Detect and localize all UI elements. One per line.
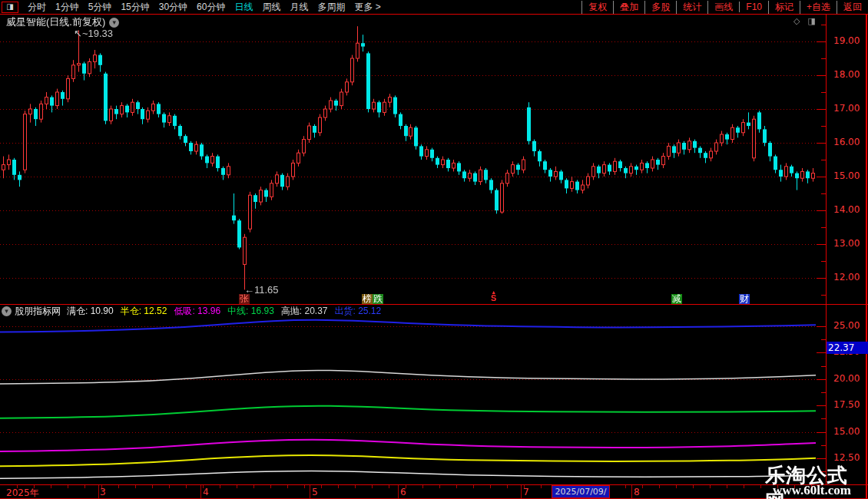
indicator-axis-label: 17.50 (833, 399, 860, 410)
menu-item-日线[interactable]: 日线 (230, 1, 257, 14)
menu-item-复权[interactable]: 复权 (581, 1, 613, 14)
indicator-axis-label: 15.00 (833, 426, 860, 437)
menu-item-F10[interactable]: F10 (739, 2, 768, 12)
date-axis-tick (422, 485, 423, 488)
main-axis-label: 14.00 (833, 204, 860, 215)
indicator-field-满仓: 满仓: 10.90 (67, 306, 114, 316)
date-axis-tick (118, 485, 119, 488)
date-axis-month-5: 5 (312, 487, 318, 497)
indicator-dropdown-icon[interactable]: ▾ (2, 306, 12, 316)
date-axis-tick (456, 485, 457, 488)
signal-char: 榜 (362, 294, 373, 304)
date-axis-tick (642, 485, 643, 488)
main-axis-label: 13.00 (833, 238, 860, 249)
indicator-field-低吸: 低吸: 13.96 (174, 306, 220, 316)
indicator-values: 满仓: 10.90半仓: 12.52低吸: 13.96中线: 16.93高抛: … (67, 305, 388, 318)
menu-item-1分钟[interactable]: 1分钟 (51, 1, 84, 14)
menu-item-+自选[interactable]: +自选 (800, 1, 837, 14)
date-axis-tick (152, 485, 153, 488)
date-axis: 2025年3456782025/07/09/三 (0, 484, 868, 499)
indicator-axis-tick (817, 326, 826, 327)
date-axis-tick (727, 485, 727, 488)
menu-item-分时[interactable]: 分时 (23, 1, 51, 14)
indicator-axis-label: 20.00 (833, 373, 860, 384)
signal-label: 张 (239, 294, 250, 304)
indicator-axis-label: 12.50 (833, 452, 860, 463)
date-axis-tick (101, 485, 102, 488)
date-axis-tick (169, 485, 170, 488)
main-axis-tick (817, 244, 826, 245)
signal-label: 财 (739, 294, 750, 304)
menu-item-30分钟[interactable]: 30分钟 (154, 1, 192, 14)
main-axis-label: 12.00 (833, 272, 860, 283)
up-arrow-icon: ▲ (491, 290, 496, 295)
indicator-field-半仓: 半仓: 12.52 (121, 306, 167, 316)
indicator-chart-canvas[interactable] (0, 306, 816, 484)
title-dropdown-icon[interactable]: ▾ (109, 18, 119, 28)
candlestick-chart-canvas[interactable] (0, 21, 816, 304)
main-axis-label: 15.00 (833, 170, 860, 181)
date-axis-tick (659, 485, 660, 488)
date-axis-month-8: 8 (634, 487, 640, 497)
window-right-border (866, 14, 867, 498)
menu-item-统计[interactable]: 统计 (676, 1, 707, 14)
date-axis-month-6: 6 (400, 487, 406, 497)
indicator-title: 股朋指标网 (15, 305, 61, 318)
menu-item-周线[interactable]: 周线 (257, 1, 285, 14)
date-axis-tick (625, 485, 626, 488)
menu-item-叠加[interactable]: 叠加 (613, 1, 644, 14)
main-axis-label: 17.00 (833, 103, 860, 114)
date-axis-tick (439, 485, 440, 488)
menu-item-画线[interactable]: 画线 (707, 1, 739, 14)
main-axis-tick (817, 177, 826, 177)
layout-icon[interactable]: ◨ (2, 2, 18, 13)
date-axis-tick (237, 485, 237, 488)
menu-item-多股[interactable]: 多股 (644, 1, 676, 14)
date-axis-tick (507, 485, 508, 488)
chart-corner-icons: ◇◨ (793, 16, 823, 26)
date-axis-divider (398, 485, 399, 498)
date-axis-tick (304, 485, 305, 488)
date-axis-month-7: 7 (523, 487, 529, 497)
date-axis-tick (186, 485, 187, 488)
main-axis-tick (817, 41, 826, 42)
signal-char: 跌 (373, 294, 383, 304)
indicator-header: ▾ 股朋指标网 满仓: 10.90半仓: 12.52低吸: 13.96中线: 1… (2, 306, 388, 316)
date-axis-tick (389, 485, 389, 488)
indicator-axis-tick (817, 432, 826, 433)
date-axis-year: 2025年 (6, 487, 39, 499)
indicator-field-中线: 中线: 16.93 (227, 306, 274, 316)
stock-title: 威星智能(日线.前复权) (6, 15, 105, 29)
axis-vertical-line (826, 14, 827, 484)
date-axis-tick (490, 485, 491, 488)
date-axis-divider (310, 485, 310, 498)
indicator-axis-label: 25.00 (833, 320, 860, 331)
menu-item-15分钟[interactable]: 15分钟 (116, 1, 154, 14)
date-axis-tick (135, 485, 136, 488)
main-axis-label: 16.00 (833, 137, 860, 147)
menu-item-60分钟[interactable]: 60分钟 (192, 1, 230, 14)
menu-item-5分钟[interactable]: 5分钟 (84, 1, 117, 14)
menu-item-标记[interactable]: 标记 (768, 1, 800, 14)
main-axis-tick (817, 278, 826, 279)
date-axis-tick (541, 485, 542, 488)
main-axis-tick (817, 75, 826, 76)
menu-item-月线[interactable]: 月线 (285, 1, 313, 14)
menu-item-更多 >[interactable]: 更多 > (350, 1, 385, 14)
date-axis-tick (270, 485, 271, 488)
menu-item-返回[interactable]: 返回 (837, 1, 868, 14)
date-axis-tick (355, 485, 356, 488)
date-axis-tick (744, 485, 744, 488)
indicator-field-出货: 出货: 25.12 (335, 306, 382, 316)
main-axis-tick (817, 109, 826, 110)
date-axis-tick (220, 485, 220, 488)
menu-item-多周期[interactable]: 多周期 (313, 1, 350, 14)
main-axis-label: 19.00 (833, 35, 860, 46)
signal-char: 张 (239, 294, 250, 304)
date-axis-tick (676, 485, 677, 488)
tools-menu: 复权叠加多股统计画线F10标记+自选返回 (581, 0, 868, 14)
date-axis-divider (200, 485, 201, 498)
indicator-axis-tick (817, 405, 826, 406)
current-date-box: 2025/07/09/三 (552, 485, 610, 498)
date-axis-tick (473, 485, 474, 488)
